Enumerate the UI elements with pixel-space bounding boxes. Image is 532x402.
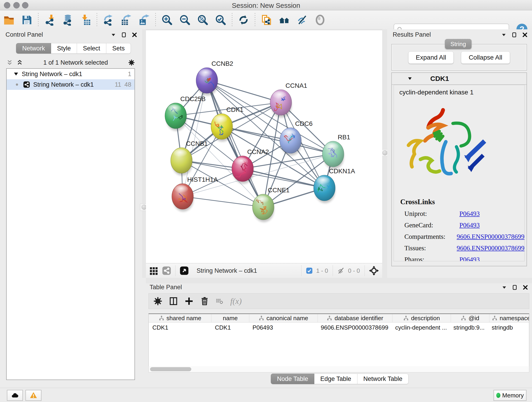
table-panel-collapse-icon[interactable] (501, 284, 507, 290)
selected-items-checkbox-icon[interactable] (306, 267, 313, 274)
home-button[interactable] (277, 13, 292, 27)
column-header-database-identifier[interactable]: database identifier (318, 314, 393, 322)
network-canvas[interactable]: CCNB2CCNA1CDC25BCDK1CDC6RB1CCNB1CCNA2CDK… (146, 31, 382, 263)
table-cell[interactable]: cyclin-dependent ... (392, 324, 450, 331)
show-graphics-details-button[interactable] (312, 13, 328, 27)
network-node-CCNE1[interactable]: CCNE1 (253, 186, 290, 222)
detach-view-icon[interactable] (180, 266, 189, 275)
results-panel-close-icon[interactable] (522, 32, 528, 38)
table-cell[interactable]: CDK1 (211, 324, 249, 331)
left-splitter[interactable] (142, 29, 146, 278)
tab-sets[interactable]: Sets (106, 43, 131, 54)
tab-style[interactable]: Style (51, 43, 77, 54)
column-header-canonical-name[interactable]: canonical name (249, 314, 318, 322)
export-table-button[interactable] (119, 13, 134, 27)
network-node-CDKN1A[interactable]: CDKN1A (314, 167, 355, 203)
warnings-button[interactable] (25, 390, 41, 401)
network-node-CCNA2[interactable]: CCNA2 (232, 148, 269, 184)
network-node-CCNB1[interactable]: CCNB1 (171, 140, 208, 176)
table-panel-float-icon[interactable] (512, 284, 518, 290)
crosslink-value-link[interactable]: P06493 (459, 221, 480, 229)
expand-all-networks-icon[interactable] (16, 59, 23, 66)
crosslink-label: GeneCard: (404, 221, 459, 229)
collapse-all-networks-icon[interactable] (6, 59, 13, 66)
tab-network-table[interactable]: Network Table (357, 374, 409, 384)
crosslink-value-link[interactable]: P06493 (459, 256, 480, 261)
tab-string[interactable]: String (445, 39, 472, 49)
network-options-gear-icon[interactable] (128, 59, 135, 66)
open-file-button[interactable] (1, 13, 17, 27)
network-row-selected[interactable]: String Network – cdk1 11 48 (7, 79, 134, 90)
show-columns-icon[interactable] (169, 297, 178, 306)
table-horizontal-scrollbar[interactable] (148, 366, 529, 372)
collapse-all-button[interactable]: Collapse All (461, 51, 510, 64)
table-row[interactable]: CDK1CDK1P064939606.ENSP00000378699cyclin… (149, 322, 529, 332)
view-grid-mode-icon[interactable] (149, 266, 158, 275)
table-cell[interactable]: stringdb:9... (450, 324, 488, 331)
table-header-row: shared namenamecanonical namedatabase id… (149, 314, 529, 322)
table-options-gear-icon[interactable] (153, 297, 162, 306)
export-network-button[interactable] (101, 13, 116, 27)
control-panel-collapse-icon[interactable] (110, 32, 116, 38)
table-cell[interactable]: P06493 (249, 324, 317, 331)
column-header-name[interactable]: name (211, 314, 249, 322)
control-panel-close-icon[interactable] (132, 32, 138, 38)
network-collection-row[interactable]: String Network – cdk1 1 (7, 69, 134, 79)
cdk1-section-header[interactable]: CDK1 (392, 73, 526, 85)
table-cell[interactable]: stringdb (488, 324, 529, 331)
table-panel-close-icon[interactable] (522, 284, 528, 290)
import-table-button[interactable] (78, 13, 93, 27)
network-edge[interactable] (243, 169, 324, 188)
memory-button[interactable]: Memory (494, 390, 526, 401)
tab-network[interactable]: Network (16, 43, 51, 54)
delete-column-icon[interactable] (200, 297, 209, 306)
refresh-layout-button[interactable] (236, 13, 251, 27)
tab-node-table[interactable]: Node Table (271, 374, 314, 384)
table-splitter[interactable] (146, 278, 532, 283)
table-cell[interactable]: 9606.ENSP00000378699 (317, 324, 392, 331)
network-node-CCNA1[interactable]: CCNA1 (270, 82, 307, 118)
import-network-button[interactable] (42, 13, 57, 27)
export-image-button[interactable] (137, 13, 152, 27)
create-column-icon[interactable] (184, 297, 194, 306)
cloud-button[interactable] (7, 390, 23, 401)
zoom-selected-button[interactable] (213, 13, 228, 27)
column-header-shared-name[interactable]: shared name (149, 314, 211, 322)
network-node-RB1[interactable]: RB1 (322, 134, 350, 169)
results-panel-float-icon[interactable] (511, 32, 517, 38)
view-share-mode-icon[interactable] (162, 266, 171, 275)
crosslink-value-link[interactable]: P06493 (459, 210, 480, 217)
network-edge[interactable] (207, 80, 281, 102)
results-panel-title: Results Panel (393, 31, 431, 38)
section-disclosure-icon[interactable] (407, 76, 413, 82)
toolbar-separator (97, 13, 97, 27)
network-edge[interactable] (183, 196, 263, 207)
scrollbar-thumb[interactable] (150, 367, 191, 371)
hidden-items-eye-icon[interactable] (337, 267, 345, 274)
column-header-description[interactable]: description (393, 314, 451, 322)
zoom-in-button[interactable] (159, 13, 175, 27)
expand-all-button[interactable]: Expand All (408, 51, 454, 64)
tab-select[interactable]: Select (77, 43, 106, 54)
network-edge[interactable] (207, 80, 263, 207)
column-header-label: canonical name (266, 315, 308, 322)
share-document-button[interactable] (259, 13, 274, 27)
network-edge[interactable] (222, 127, 333, 154)
network-node-HIST1H1A[interactable]: HIST1H1A (172, 176, 218, 211)
birds-eye-crosshair-icon[interactable] (369, 266, 379, 276)
import-network-database-button[interactable] (60, 13, 75, 27)
column-header-namespace[interactable]: namespace (489, 314, 529, 322)
control-panel-float-icon[interactable] (121, 32, 127, 38)
zoom-fit-button[interactable] (195, 13, 210, 27)
hide-unhide-button[interactable] (295, 13, 310, 27)
save-session-button[interactable] (19, 13, 34, 27)
table-cell[interactable]: CDK1 (149, 324, 211, 331)
crosslink-value-link[interactable]: 9606.ENSP00000378699 (457, 244, 525, 252)
crosslink-value-link[interactable]: 9606.ENSP00000378699 (457, 233, 525, 240)
zoom-out-button[interactable] (177, 13, 192, 27)
disclosure-triangle-icon[interactable] (13, 70, 19, 77)
column-header--id[interactable]: @id (451, 314, 489, 322)
network-node-CCNB2[interactable]: CCNB2 (196, 60, 233, 96)
tab-edge-table[interactable]: Edge Table (314, 374, 357, 384)
results-panel-collapse-icon[interactable] (501, 32, 507, 38)
